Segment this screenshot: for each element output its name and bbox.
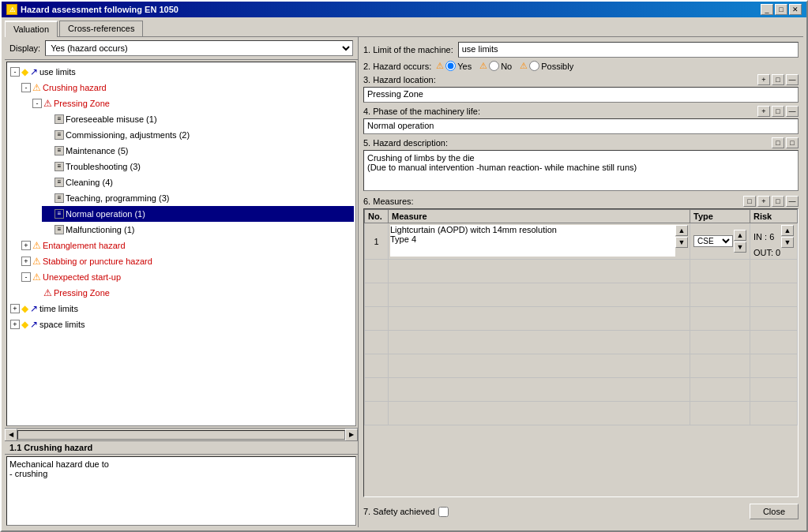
expander-entanglement[interactable]: + <box>21 241 31 250</box>
maximize-button[interactable]: □ <box>775 4 787 15</box>
section6-btn3[interactable]: □ <box>772 196 784 207</box>
expander-space-limits[interactable]: + <box>10 320 20 329</box>
risk-scroll-up[interactable]: ▲ <box>781 225 794 236</box>
type-select-1[interactable]: CSE <box>693 235 733 247</box>
title-bar-buttons: _ □ ✕ <box>761 4 802 15</box>
section3-add-btn[interactable]: + <box>757 74 770 85</box>
arrow-icon-space: ↗ <box>30 317 38 332</box>
tree-item-normal-op[interactable]: ≡ Normal operation (1) <box>42 206 354 222</box>
expander-pressing[interactable]: - <box>32 99 42 108</box>
section5-btn2[interactable]: □ <box>786 137 799 148</box>
tree-node-use-limits: - ◆ ↗ use limits - ⚠ Crushing hazard <box>9 64 354 301</box>
measure-scroll-up[interactable]: ▲ <box>675 225 688 236</box>
tree-label-pressing2: Pressing Zone <box>54 286 110 300</box>
node-icon-troubleshooting: ≡ <box>54 162 64 171</box>
tree-item-troubleshooting[interactable]: ≡ Troubleshooting (3) <box>42 159 354 174</box>
tree-label-malfunctioning: Malfunctioning (1) <box>66 223 134 237</box>
measure-text-1: Lightcurtain (AOPD) witch 14mm resolutio… <box>389 223 690 260</box>
tree-container[interactable]: - ◆ ↗ use limits - ⚠ Crushing hazard <box>6 62 356 426</box>
section3-expand-btn[interactable]: □ <box>772 74 784 85</box>
tree-item-foreseeable[interactable]: ≡ Foreseeable misuse (1) <box>42 111 354 127</box>
section4-remove-btn[interactable]: — <box>786 106 799 117</box>
section6-btn4[interactable]: — <box>786 196 799 207</box>
section4-expand-btn[interactable]: □ <box>772 106 784 117</box>
measure-textarea-1[interactable]: Lightcurtain (AOPD) witch 14mm resolutio… <box>390 225 675 257</box>
expander-use-limits[interactable]: - <box>10 67 20 77</box>
arrow-icon: ↗ <box>30 65 38 79</box>
section5-textarea[interactable]: Crushing of limbs by the die (Due to man… <box>363 150 799 191</box>
tree-item-crushing[interactable]: - ⚠ Crushing hazard <box>20 80 354 96</box>
radio-no[interactable] <box>489 61 499 71</box>
minimize-button[interactable]: _ <box>761 4 773 15</box>
section1-label: 1. Limit of the machine: <box>363 45 453 54</box>
tree-item-maintenance[interactable]: ≡ Maintenance (5) <box>42 143 354 159</box>
tree-hscroll[interactable]: ◀ ▶ <box>5 428 358 440</box>
section6-btn2[interactable]: + <box>757 196 770 207</box>
tree-item-malfunctioning[interactable]: ≡ Malfunctioning (1) <box>42 222 354 238</box>
window-title: Hazard assessment following EN 1050 <box>21 5 179 14</box>
risk-scroll-down[interactable]: ▼ <box>781 237 794 248</box>
tree-phases: ≡ Foreseeable misuse (1) ≡ Commissioning… <box>42 111 354 238</box>
tree-item-space-limits[interactable]: + ◆ ↗ space limits <box>9 317 354 332</box>
close-window-button[interactable]: ✕ <box>789 4 802 15</box>
bottom-panel: 1.1 Crushing hazard Mechanical hazard du… <box>5 440 358 527</box>
type-scroll-down[interactable]: ▼ <box>734 242 746 253</box>
tree-item-teaching[interactable]: ≡ Teaching, programming (3) <box>42 190 354 206</box>
expander-crushing[interactable]: - <box>21 83 31 92</box>
measure-risk-1: IN : 6 ▲ ▼ OUT: 0 <box>750 223 798 260</box>
tab-valuation[interactable]: Valuation <box>5 21 58 37</box>
measures-scroll-area[interactable]: No. Measure Type Risk 1 <box>364 209 798 496</box>
section6-label: 6. Measures: <box>363 197 414 206</box>
section4-add-btn[interactable]: + <box>757 106 770 117</box>
tree-item-pressing[interactable]: - ⚠ Pressing Zone <box>31 96 354 111</box>
measure-row-empty-7 <box>365 402 798 425</box>
tree-item-entanglement[interactable]: + ⚠ Entanglement hazard <box>20 238 354 253</box>
risk-in-label: IN : 6 <box>754 232 774 242</box>
tree-item-cleaning[interactable]: ≡ Cleaning (4) <box>42 174 354 190</box>
warn-icon-possibly: ⚠ <box>520 61 528 71</box>
measure-row-1: 1 Lightcurtain (AOPD) witch 14mm resolut… <box>365 223 798 260</box>
radio-possibly[interactable] <box>529 61 539 71</box>
safety-checkbox[interactable] <box>438 507 449 517</box>
radio-item-no: ⚠ No <box>479 61 512 71</box>
expander-time-limits[interactable]: + <box>10 304 20 313</box>
tree-label-troubleshooting: Troubleshooting (3) <box>66 159 141 174</box>
title-bar-left: ⚠ Hazard assessment following EN 1050 <box>6 4 179 15</box>
tree-label-entanglement: Entanglement hazard <box>43 238 126 253</box>
expander-unexpected[interactable]: - <box>21 272 31 282</box>
tree-item-stabbing[interactable]: + ⚠ Stabbing or puncture hazard <box>20 253 354 269</box>
measure-scroll-down[interactable]: ▼ <box>675 237 688 248</box>
radio-yes-label: Yes <box>457 62 472 71</box>
section5-btn1[interactable]: □ <box>772 137 784 148</box>
type-scroll-up[interactable]: ▲ <box>734 230 746 241</box>
warn-icon-pressing2: ⚠ <box>43 286 52 300</box>
radio-yes[interactable] <box>445 61 456 71</box>
tree-item-unexpected[interactable]: - ⚠ Unexpected start-up <box>20 269 354 285</box>
tab-cross-references[interactable]: Cross-references <box>59 21 143 36</box>
risk-out: OUT: 0 <box>754 248 794 257</box>
warn-icon-stabbing: ⚠ <box>32 254 41 268</box>
scroll-right-btn[interactable]: ▶ <box>345 429 358 441</box>
tree-item-pressing2[interactable]: ⚠ Pressing Zone <box>31 285 354 301</box>
tree-label-maintenance: Maintenance (5) <box>66 144 129 158</box>
section3-label: 3. Hazard location: <box>363 75 436 84</box>
measure-row-empty-3 <box>365 307 798 331</box>
section6-btn1[interactable]: □ <box>743 196 756 207</box>
scroll-left-btn[interactable]: ◀ <box>5 429 17 441</box>
display-select[interactable]: Yes (hazard occurs) No (hazard does not … <box>45 40 353 56</box>
radio-item-yes: ⚠ Yes <box>436 61 472 71</box>
measure-row-empty-5 <box>365 354 798 378</box>
expander-stabbing[interactable]: + <box>21 257 31 266</box>
section2-row: 2. Hazard occurs: ⚠ Yes ⚠ No ⚠ <box>363 61 799 71</box>
safety-achieved-group: 7. Safety achieved <box>363 507 449 517</box>
tree-item-commissioning[interactable]: ≡ Commissioning, adjustments (2) <box>42 127 354 143</box>
tree-item-use-limits[interactable]: - ◆ ↗ use limits <box>9 64 354 80</box>
measures-header-row: No. Measure Type Risk <box>365 210 798 223</box>
tree-item-time-limits[interactable]: + ◆ ↗ time limits <box>9 301 354 317</box>
close-button[interactable]: Close <box>750 504 799 519</box>
section3-remove-btn[interactable]: — <box>786 74 799 85</box>
section2-label: 2. Hazard occurs: <box>363 62 431 71</box>
tabs-container: Valuation Cross-references <box>2 17 806 36</box>
hazard-occurs-radio-group: ⚠ Yes ⚠ No ⚠ Possibly <box>436 61 573 71</box>
hscroll-track[interactable] <box>17 430 345 440</box>
